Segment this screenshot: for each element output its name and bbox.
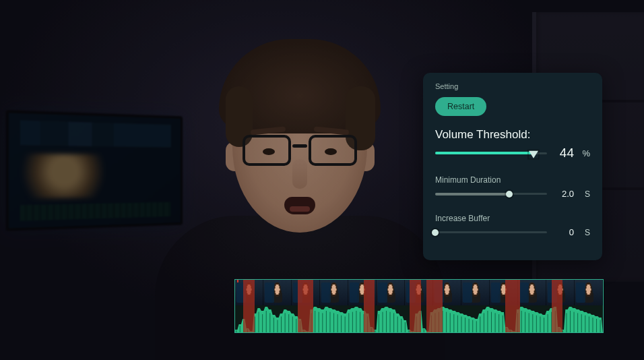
- timeline-thumbnail: [461, 280, 490, 305]
- video-timeline[interactable]: [234, 279, 604, 333]
- settings-panel: Setting Restart Volume Threshold: 44 % M…: [423, 73, 602, 260]
- timeline-thumbnail: [546, 280, 575, 305]
- timeline-thumbnail: [518, 280, 546, 305]
- increase-buffer-slider[interactable]: [435, 228, 547, 237]
- timeline-thumbnail: [348, 280, 377, 305]
- timeline-waveform: [235, 305, 603, 333]
- minimum-duration-slider[interactable]: [435, 189, 547, 199]
- volume-threshold-setting: Volume Threshold: 44 %: [435, 128, 590, 160]
- minimum-duration-setting: Minimum Duration 2.0 S: [435, 175, 590, 199]
- volume-threshold-unit: %: [581, 148, 590, 158]
- restart-button[interactable]: Restart: [435, 97, 486, 116]
- timeline-thumbnail: [377, 280, 405, 305]
- increase-buffer-setting: Increase Buffer 0 S: [435, 214, 590, 237]
- timeline-thumbnail: [405, 280, 433, 305]
- timeline-thumbnail: [575, 280, 603, 305]
- timeline-thumbnail: [433, 280, 461, 305]
- timeline-thumbnail: [292, 280, 320, 305]
- timeline-thumbnail: [263, 280, 292, 305]
- settings-section-label: Setting: [435, 82, 590, 90]
- minimum-duration-unit: S: [581, 189, 590, 199]
- timeline-thumbnail: [235, 280, 263, 305]
- timeline-playhead[interactable]: [237, 279, 238, 282]
- volume-threshold-value: 44: [554, 146, 574, 160]
- minimum-duration-label: Minimum Duration: [435, 175, 590, 185]
- increase-buffer-label: Increase Buffer: [435, 214, 590, 223]
- timeline-thumbnails: [235, 280, 603, 305]
- minimum-duration-value: 2.0: [554, 189, 574, 199]
- volume-threshold-label: Volume Threshold:: [435, 128, 590, 142]
- volume-threshold-slider[interactable]: [435, 148, 547, 158]
- increase-buffer-unit: S: [581, 228, 590, 237]
- timeline-thumbnail: [490, 280, 518, 305]
- timeline-thumbnail: [320, 280, 348, 305]
- increase-buffer-value: 0: [554, 227, 574, 237]
